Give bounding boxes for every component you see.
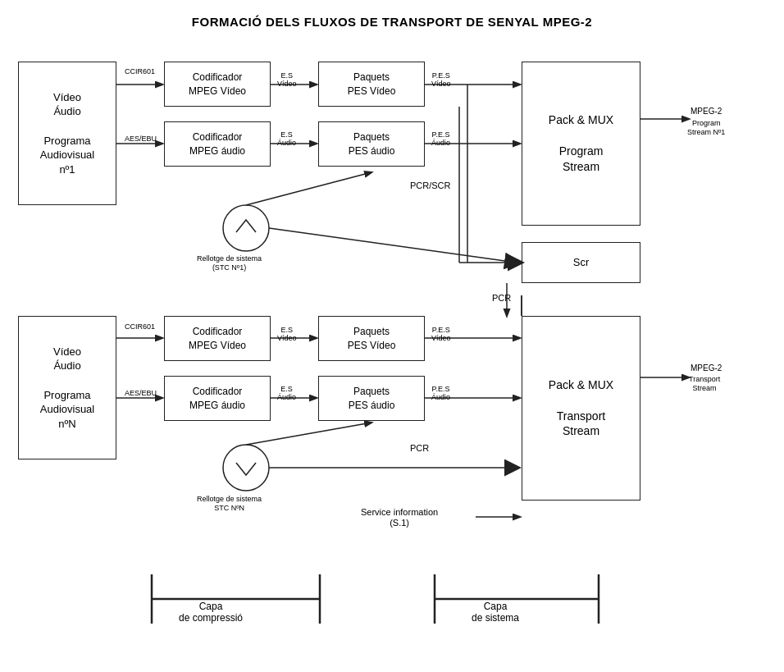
box-cod-audio2-label: CodificadorMPEG áudio xyxy=(189,385,245,411)
box-pack-mux2: Pack & MUXTransportStream xyxy=(522,316,640,501)
label-es-audio2: E.SÁudio xyxy=(277,386,296,402)
label-pcr-mid: PCR xyxy=(492,293,511,304)
svg-line-22 xyxy=(246,423,371,445)
box-cod-audio1: CodificadorMPEG áudio xyxy=(164,121,271,167)
box-pack-mux2-label: Pack & MUXTransportStream xyxy=(549,377,613,440)
label-capa-sistema: Capade sistema xyxy=(472,601,519,624)
label-pes-a1: P.E.SÁudio xyxy=(431,131,450,148)
label-aes-ebu-1: AES/EBU xyxy=(125,135,157,144)
label-prog-stream-n1: ProgramStream Nº1 xyxy=(687,119,725,137)
label-es-video1: E.SVídeo xyxy=(277,72,297,89)
box-scr-label: Scr xyxy=(573,255,590,270)
label-es-audio1: E.SÁudio xyxy=(277,131,296,148)
box-prog2-label: VídeoÁudioProgramaAudiovisualnºN xyxy=(40,345,95,431)
svg-point-21 xyxy=(223,445,269,491)
label-ccir601-2: CCIR601 xyxy=(125,322,155,331)
box-cod-video2: CodificadorMPEG Vídeo xyxy=(164,316,271,361)
label-pcr-scr: PCR/SCR xyxy=(410,181,451,191)
box-cod-video1: CodificadorMPEG Vídeo xyxy=(164,62,271,107)
label-pes-a2: P.E.SÁudio xyxy=(431,386,450,402)
diagram: FORMACIÓ DELS FLUXOS DE TRANSPORT DE SEN… xyxy=(0,0,784,672)
label-aes-ebu-2: AES/EBU xyxy=(125,389,157,398)
label-pes-v1: P.E.SVídeo xyxy=(431,72,451,89)
box-prog1: VídeoÁudioProgramaAudiovisualnº1 xyxy=(18,62,116,205)
label-capa-compressio: Capade compressió xyxy=(179,601,243,624)
label-pcr-bottom: PCR xyxy=(410,443,429,454)
box-pes-audio1: PaquetsPES áudio xyxy=(318,121,425,167)
box-pes-video1: PaquetsPES Vídeo xyxy=(318,62,425,107)
box-pes-audio2: PaquetsPES áudio xyxy=(318,376,425,421)
svg-line-7 xyxy=(246,172,371,205)
box-pack-mux1-label: Pack & MUXProgramStream xyxy=(549,112,613,175)
label-rellotge1: Rellotge de sistema(STC Nº1) xyxy=(197,254,262,272)
box-pes-audio1-label: PaquetsPES áudio xyxy=(349,130,395,157)
label-transport-stream: TransportStream xyxy=(689,375,720,393)
box-pes-video1-label: PaquetsPES Vídeo xyxy=(348,71,396,97)
label-mpeg2-prog: MPEG-2 xyxy=(691,107,722,117)
label-ccir601-1: CCIR601 xyxy=(125,67,155,76)
label-rellotge2: Rellotge de sistemaSTC NºN xyxy=(197,495,262,513)
label-service-info: Service information(S.1) xyxy=(361,507,438,528)
box-cod-audio1-label: CodificadorMPEG áudio xyxy=(189,130,245,157)
page-title: FORMACIÓ DELS FLUXOS DE TRANSPORT DE SEN… xyxy=(0,15,784,29)
box-cod-audio2: CodificadorMPEG áudio xyxy=(164,376,271,421)
label-mpeg2-trans: MPEG-2 xyxy=(691,363,722,373)
box-pes-audio2-label: PaquetsPES áudio xyxy=(349,385,395,411)
box-prog1-label: VídeoÁudioProgramaAudiovisualnº1 xyxy=(40,90,95,176)
box-pack-mux1: Pack & MUXProgramStream xyxy=(522,62,640,226)
box-cod-video1-label: CodificadorMPEG Vídeo xyxy=(189,71,246,97)
box-scr: Scr xyxy=(522,242,640,283)
svg-line-11 xyxy=(269,228,517,263)
svg-point-6 xyxy=(223,205,269,251)
box-pes-video2: PaquetsPES Vídeo xyxy=(318,316,425,361)
box-cod-video2-label: CodificadorMPEG Vídeo xyxy=(189,325,246,351)
box-pes-video2-label: PaquetsPES Vídeo xyxy=(348,325,396,351)
label-pes-v2: P.E.SVídeo xyxy=(431,327,451,343)
box-prog2: VídeoÁudioProgramaAudiovisualnºN xyxy=(18,316,116,459)
label-es-video2: E.SVídeo xyxy=(277,327,297,343)
